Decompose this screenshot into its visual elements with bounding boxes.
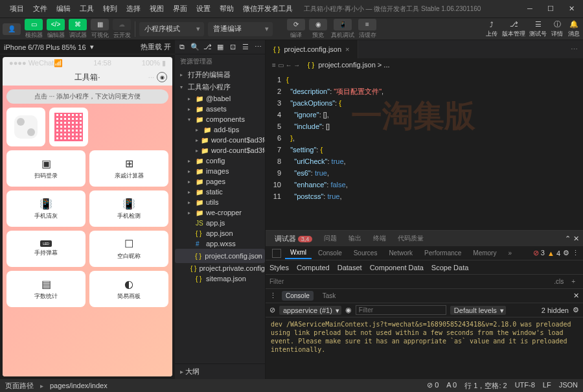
dataset-tab[interactable]: Dataset: [337, 264, 362, 271]
chat-icon[interactable]: ☰: [241, 43, 250, 51]
status-errors[interactable]: ⊘ 0: [427, 381, 439, 391]
eol[interactable]: LF: [543, 381, 551, 391]
upload-icon[interactable]: ⤴: [485, 20, 498, 29]
dvtab-problems[interactable]: 问题: [319, 231, 342, 246]
more-icon[interactable]: ⋯: [254, 43, 263, 51]
console-drawer-toggle[interactable]: ⋮: [269, 292, 277, 300]
loglevel-select[interactable]: Default levels: [450, 306, 506, 315]
tree-item[interactable]: { }project.private.config.js...: [175, 263, 265, 273]
tree-item[interactable]: ▸📁static: [175, 187, 265, 197]
inspect-icon[interactable]: [272, 249, 281, 258]
scopedata-tab[interactable]: Scope Data: [431, 264, 468, 271]
console-tab[interactable]: Console: [282, 291, 314, 301]
branch-icon[interactable]: ⎇: [203, 43, 212, 51]
subtab-sources[interactable]: Sources: [349, 248, 383, 259]
version-icon[interactable]: ⎇: [507, 20, 520, 29]
minimize-button[interactable]: ─: [523, 5, 536, 13]
card-clean-dust[interactable]: 📳手机清灰: [6, 190, 86, 227]
menu-wxdevtools[interactable]: 微信开发者工具: [238, 1, 297, 16]
tree-item[interactable]: ▸📁word-count$ad3fc75...: [175, 135, 265, 145]
card-word-count[interactable]: ▤字数统计: [6, 271, 86, 307]
tree-item[interactable]: #app.wxss: [175, 238, 265, 249]
subtab-console[interactable]: Console: [313, 248, 347, 259]
mode-select[interactable]: 小程序模式: [139, 22, 204, 36]
menu-select[interactable]: 选择: [122, 1, 145, 16]
error-count[interactable]: ⊘ 3: [533, 249, 545, 257]
tree-item[interactable]: ▸📁word-count$ad3fc75...: [175, 145, 265, 156]
testacct-icon[interactable]: ☰: [532, 20, 545, 29]
avatar-button[interactable]: 👤: [3, 23, 21, 35]
project-root[interactable]: ▾工具箱小程序: [175, 81, 265, 93]
outline-section[interactable]: ▸ 大纲: [175, 363, 265, 379]
visualize-toggle[interactable]: ▦: [91, 19, 109, 30]
tree-item[interactable]: ▸📁we-cropper: [175, 207, 265, 218]
tree-item[interactable]: ▸📁add-tips: [175, 124, 265, 135]
code-area[interactable]: 一淘集版 { "description": "项目配置文件", "packOpt…: [286, 71, 583, 230]
card-handheld-barrage[interactable]: LED手持弹幕: [6, 231, 86, 267]
styles-filter-input[interactable]: [269, 278, 550, 285]
card-simple-canvas[interactable]: ◐简易画板: [89, 271, 168, 307]
tree-item[interactable]: ▸📁assets: [175, 104, 265, 114]
tree-item[interactable]: JSapp.js: [175, 218, 265, 228]
menu-goto[interactable]: 转到: [98, 1, 122, 16]
tree-item[interactable]: { }sitemap.json: [175, 273, 265, 284]
menu-project[interactable]: 项目: [5, 1, 29, 16]
computed-tab[interactable]: Computed: [297, 264, 330, 271]
tree-item[interactable]: { }app.json: [175, 228, 265, 238]
clearcache-button[interactable]: ≡: [358, 19, 376, 30]
clear-console-icon[interactable]: ⊘: [269, 306, 275, 314]
subtab-network[interactable]: Network: [383, 248, 418, 259]
preview-button[interactable]: ◉: [309, 19, 327, 30]
close-icon[interactable]: ✕: [573, 235, 579, 243]
styles-tab[interactable]: Styles: [269, 264, 289, 271]
menu-tools[interactable]: 工具: [75, 1, 98, 16]
status-warnings[interactable]: A 0: [446, 381, 457, 391]
encoding[interactable]: UTF-8: [515, 381, 535, 391]
target-icon[interactable]: ◉: [157, 72, 167, 82]
compile-config-select[interactable]: 普通编译: [208, 22, 273, 36]
device-select[interactable]: iPhone 6/7/8 Plus 85% 16: [4, 43, 86, 51]
cloud-toggle[interactable]: ☁: [113, 19, 131, 30]
card-relative-calc[interactable]: ⊞亲戚计算器: [89, 150, 168, 187]
ext-icon[interactable]: ▦: [216, 43, 225, 51]
simulator-toggle[interactable]: ▭: [25, 19, 43, 30]
menu-view[interactable]: 视图: [145, 1, 168, 16]
tree-item[interactable]: { }project.config.json: [175, 249, 265, 263]
card-blank-nickname[interactable]: ☐空白昵称: [89, 231, 168, 267]
language-mode[interactable]: JSON: [559, 381, 578, 391]
details-icon[interactable]: ⓘ: [551, 20, 564, 29]
tree-item[interactable]: ▸📁@babel: [175, 93, 265, 104]
cursor-pos[interactable]: 行 1，空格: 2: [464, 381, 507, 391]
componentdata-tab[interactable]: Component Data: [370, 264, 424, 271]
subtab-performance[interactable]: Performance: [419, 248, 466, 259]
subtab-more[interactable]: »: [503, 248, 517, 259]
compile-button[interactable]: ⟳: [287, 19, 305, 30]
open-editors-section[interactable]: ▸打开的编辑器: [175, 69, 265, 81]
dots-icon[interactable]: ⋮: [572, 249, 579, 257]
tree-item[interactable]: ▸📁pages: [175, 176, 265, 187]
tree-item[interactable]: ▾📁components: [175, 114, 265, 124]
dvtab-output[interactable]: 输出: [343, 231, 367, 246]
card-scan-login[interactable]: ▣扫码登录: [6, 150, 86, 187]
maximize-button[interactable]: ☐: [544, 5, 557, 13]
message-icon[interactable]: 🔔: [567, 20, 580, 29]
subtab-memory[interactable]: Memory: [468, 248, 501, 259]
realdevice-button[interactable]: 📱: [334, 19, 352, 30]
debugger-toggle[interactable]: ⌘: [69, 19, 87, 30]
menu-edit[interactable]: 编辑: [52, 1, 75, 16]
dvtab-terminal[interactable]: 终端: [368, 231, 391, 246]
console-filter-input[interactable]: [356, 305, 446, 315]
card-phone-detect[interactable]: 📳手机检测: [89, 190, 168, 227]
subtab-wxml[interactable]: Wxml: [285, 247, 312, 259]
menu-help[interactable]: 帮助: [215, 1, 238, 16]
warn-count[interactable]: ▲ 4: [547, 249, 560, 257]
chevron-up-icon[interactable]: ⌃: [565, 235, 571, 243]
tree-item[interactable]: ▸📁images: [175, 166, 265, 176]
search-icon[interactable]: 🔍: [190, 43, 200, 51]
dvtab-codequality[interactable]: 代码质量: [393, 231, 429, 246]
task-tab[interactable]: Task: [319, 291, 340, 301]
console-close-icon[interactable]: ✕: [573, 292, 579, 300]
console-gear-icon[interactable]: ⚙: [573, 306, 579, 314]
menu-dots-icon[interactable]: ···: [148, 73, 154, 81]
copy-icon[interactable]: ⧉: [177, 43, 187, 51]
